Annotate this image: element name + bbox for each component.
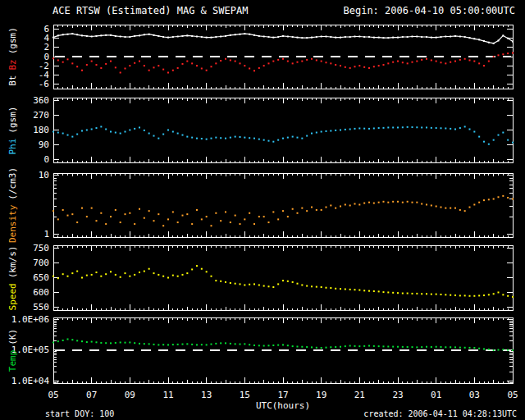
series-temp [52, 338, 514, 351]
series-phi [52, 126, 514, 144]
y-tick-label: 700 [33, 258, 49, 268]
y-axis-label-part: (/cm3) [7, 165, 18, 203]
plot-canvas: 6420-2-4-6360270180900101750700650600550… [0, 0, 525, 420]
y-axis-label-temp: Temp(K) [7, 326, 18, 374]
y-axis-label-part: Phi [7, 135, 18, 157]
y-axis-label-part: (K) [7, 326, 18, 348]
x-tick-label: 15 [240, 390, 250, 400]
series-bt [52, 33, 514, 44]
panel-temp: 1.0E+061.0E+051.0E+04 [11, 314, 514, 386]
series-density [52, 195, 514, 226]
y-tick-label: 90 [39, 139, 49, 150]
series-speed [52, 265, 514, 298]
x-tick-label: 03 [469, 390, 480, 400]
y-tick-label: 600 [33, 287, 49, 298]
y-tick-label: 270 [33, 110, 49, 121]
y-axis-label-part: (km/s) [7, 243, 18, 281]
x-tick-label: 09 [125, 390, 135, 400]
y-tick-label: 650 [33, 272, 49, 283]
y-tick-label: -6 [39, 79, 49, 89]
y-axis-label-bt-bz: BtBz(gsm) [7, 25, 18, 89]
panel-bt-bz: 6420-2-4-6 [39, 24, 514, 89]
series-bz [52, 52, 514, 74]
panel-speed: 750700650600550 [33, 243, 514, 313]
panel-density: 101 [39, 170, 514, 240]
x-tick-label: 17 [277, 390, 288, 400]
y-tick-label: 550 [33, 302, 49, 313]
x-tick-label: 05 [507, 390, 518, 400]
x-axis-tick-labels: 05070911131517192123010305 [0, 390, 525, 400]
y-tick-label: 1.0E+04 [11, 376, 50, 386]
y-axis-label-part: (gsm) [7, 25, 18, 57]
y-axis-label-part: Density [7, 203, 18, 245]
y-axis-label-speed: Speed(km/s) [7, 243, 18, 313]
y-tick-label: 0 [43, 154, 49, 165]
x-tick-label: 19 [316, 390, 326, 400]
y-axis-label-part: Speed [7, 281, 18, 313]
y-axis-label-phi: Phi(gsm) [7, 103, 18, 157]
x-tick-label: 07 [86, 390, 97, 400]
y-tick-label: 180 [33, 125, 49, 135]
x-tick-label: 01 [431, 390, 441, 400]
x-tick-label: 13 [201, 390, 212, 400]
y-tick-label: 1.0E+06 [11, 314, 49, 325]
y-axis-label-part: Bt [7, 73, 18, 89]
y-axis-label-part: Bz [7, 57, 18, 72]
x-tick-label: 21 [354, 390, 365, 400]
start-doy-label: start DOY: 100 [45, 409, 114, 418]
y-axis-label-part: Temp [7, 348, 18, 375]
y-tick-label: 750 [33, 243, 49, 253]
created-timestamp: created: 2006-04-11 04:28:13UTC [363, 409, 517, 418]
y-tick-label: 10 [39, 170, 49, 180]
y-tick-label: 1 [43, 229, 49, 240]
x-tick-label: 11 [162, 390, 173, 400]
y-tick-label: 360 [33, 95, 49, 106]
x-axis-title: UTC(hours) [256, 400, 310, 411]
ace-rtsw-chart: ACE RTSW (Estimated) MAG & SWEPAM Begin:… [0, 0, 525, 420]
x-tick-label: 05 [48, 390, 58, 400]
y-axis-label-density: Density(/cm3) [7, 165, 18, 245]
y-axis-label-part: (gsm) [7, 103, 18, 135]
x-tick-label: 23 [392, 390, 403, 400]
panel-phi: 360270180900 [33, 95, 514, 166]
